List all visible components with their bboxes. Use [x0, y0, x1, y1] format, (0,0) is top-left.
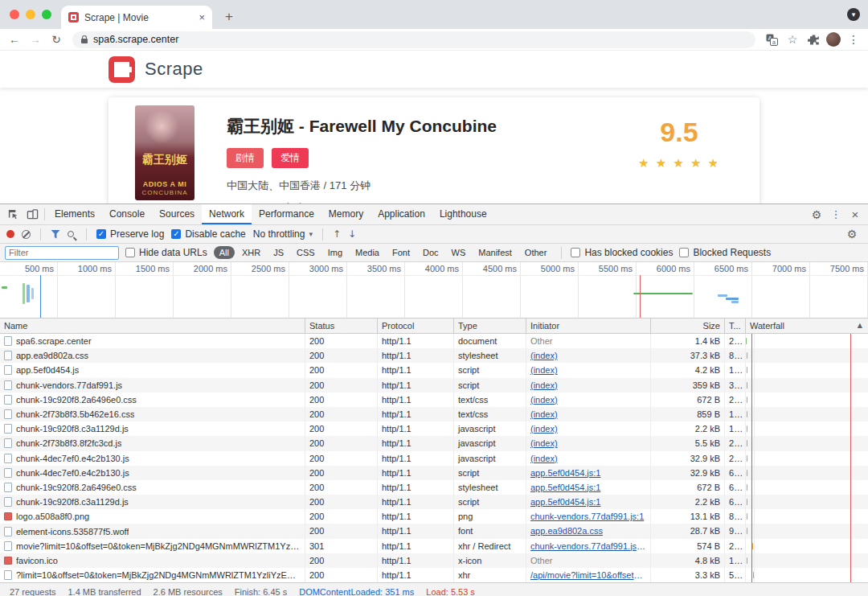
minimize-window-button[interactable]	[26, 10, 35, 19]
bookmark-star-button[interactable]: ☆	[784, 31, 800, 47]
disable-cache-checkbox[interactable]: ✓ Disable cache	[171, 228, 245, 240]
filter-funnel-button[interactable]	[51, 230, 60, 239]
network-request-row[interactable]: chunk-2f73b8f3.8f2fc3cd.js 200 http/1.1 …	[0, 436, 868, 450]
initiator-link[interactable]: (index)	[526, 348, 651, 363]
movie-tag[interactable]: 爱情	[272, 148, 309, 168]
initiator-link[interactable]: chunk-vendors.77daf991.js:1	[526, 509, 651, 524]
filter-chip-other[interactable]: Other	[519, 246, 553, 259]
column-header-protocol[interactable]: Protocol	[378, 319, 454, 333]
scrape-logo-icon[interactable]	[108, 56, 135, 83]
search-network-button[interactable]	[68, 231, 74, 237]
initiator-link[interactable]: (index)	[526, 363, 651, 377]
filter-chip-doc[interactable]: Doc	[417, 246, 444, 259]
preserve-log-checkbox[interactable]: ✓ Preserve log	[96, 228, 164, 240]
has-blocked-cookies-checkbox[interactable]: Has blocked cookies	[571, 247, 673, 258]
filter-chip-js[interactable]: JS	[268, 246, 289, 259]
network-overview-timeline[interactable]: 500 ms1000 ms1500 ms2000 ms2500 ms3000 m…	[0, 262, 868, 319]
inspect-element-button[interactable]	[3, 204, 23, 224]
browser-tab[interactable]: Scrape | Movie ×	[61, 6, 212, 29]
devtools-tab-lighthouse[interactable]: Lighthouse	[432, 204, 494, 224]
throttling-select[interactable]: No throttling ▾	[253, 228, 313, 240]
initiator-link[interactable]: chunk-vendors.77daf991.js:25	[526, 539, 651, 553]
clear-network-log-button[interactable]	[22, 230, 31, 239]
network-settings-button[interactable]: ⚙	[842, 228, 862, 240]
close-window-button[interactable]	[10, 10, 19, 19]
filter-chip-css[interactable]: CSS	[291, 246, 321, 259]
devtools-tab-network[interactable]: Network	[202, 204, 252, 224]
initiator-link[interactable]: app.ea9d802a.css	[526, 524, 651, 538]
initiator-link[interactable]: (index)	[526, 407, 651, 421]
movie-card[interactable]: 霸王别姬 ADIOS A MI CONCUBINA 霸王别姬 - Farewel…	[108, 97, 760, 203]
new-tab-button[interactable]: +	[219, 6, 240, 27]
network-request-row[interactable]: app.ea9d802a.css 200 http/1.1 stylesheet…	[0, 348, 868, 363]
devtools-tab-elements[interactable]: Elements	[47, 204, 102, 224]
initiator-link[interactable]: (index)	[526, 451, 651, 466]
filter-chip-font[interactable]: Font	[387, 246, 416, 259]
network-filter-input[interactable]	[5, 246, 119, 260]
network-request-row[interactable]: spa6.scrape.center 200 http/1.1 document…	[0, 334, 868, 348]
filter-chip-img[interactable]: Img	[322, 246, 348, 259]
network-request-row[interactable]: chunk-4dec7ef0.e4c2b130.js 200 http/1.1 …	[0, 466, 868, 480]
devtools-menu-button[interactable]: ⋮	[826, 208, 845, 220]
filter-chip-manifest[interactable]: Manifest	[473, 246, 518, 259]
network-request-row[interactable]: chunk-19c920f8.2a6496e0.css 200 http/1.1…	[0, 393, 868, 407]
browser-menu-button[interactable]: ⋮	[845, 31, 862, 47]
profile-avatar[interactable]	[826, 32, 841, 47]
tab-search-button[interactable]: ▾	[847, 8, 860, 21]
movie-tag[interactable]: 剧情	[227, 148, 264, 168]
import-har-button[interactable]: ↑	[333, 228, 341, 240]
filter-chip-ws[interactable]: WS	[446, 246, 472, 259]
network-request-row[interactable]: logo.a508a8f0.png 200 http/1.1 png chunk…	[0, 509, 868, 524]
devtools-settings-button[interactable]: ⚙	[807, 208, 826, 221]
filter-chip-media[interactable]: Media	[350, 246, 385, 259]
devtools-close-button[interactable]: ×	[845, 208, 865, 221]
column-header-size[interactable]: Size	[651, 319, 725, 333]
network-request-row[interactable]: chunk-19c920f8.c3a1129d.js 200 http/1.1 …	[0, 495, 868, 509]
devtools-tab-performance[interactable]: Performance	[252, 204, 321, 224]
devtools-tab-application[interactable]: Application	[371, 204, 432, 224]
network-request-row[interactable]: movie?limit=10&offset=0&token=MjBkZjg2ND…	[0, 539, 868, 553]
blocked-requests-checkbox[interactable]: Blocked Requests	[679, 247, 771, 258]
reload-button[interactable]: ↻	[48, 31, 64, 47]
initiator-link[interactable]: app.5ef0d454.js:1	[526, 466, 651, 480]
network-request-row[interactable]: chunk-19c920f8.c3a1129d.js 200 http/1.1 …	[0, 421, 868, 436]
devtools-tab-memory[interactable]: Memory	[321, 204, 371, 224]
record-network-log-button[interactable]	[6, 230, 14, 238]
column-header-initiator[interactable]: Initiator	[526, 319, 651, 333]
close-tab-button[interactable]: ×	[199, 12, 205, 23]
network-request-row[interactable]: favicon.ico 200 http/1.1 x-icon Other 4.…	[0, 553, 868, 568]
initiator-link[interactable]: (index)	[526, 421, 651, 436]
column-header-time[interactable]: T...	[725, 319, 746, 333]
initiator-link[interactable]: /api/movie?limit=10&offset=...	[526, 568, 651, 582]
initiator-link[interactable]: (index)	[526, 393, 651, 407]
column-header-status[interactable]: Status	[305, 319, 378, 333]
devtools-tab-console[interactable]: Console	[102, 204, 152, 224]
network-request-row[interactable]: chunk-4dec7ef0.e4c2b130.js 200 http/1.1 …	[0, 451, 868, 466]
address-bar[interactable]: spa6.scrape.center	[72, 31, 755, 48]
zoom-window-button[interactable]	[42, 10, 51, 19]
devtools-tab-sources[interactable]: Sources	[152, 204, 202, 224]
network-request-row[interactable]: chunk-vendors.77daf991.js 200 http/1.1 s…	[0, 378, 868, 393]
column-header-waterfall[interactable]: Waterfall ▲	[746, 319, 868, 333]
network-request-row[interactable]: element-icons.535877f5.woff 200 http/1.1…	[0, 524, 868, 538]
column-header-name[interactable]: Name	[0, 319, 305, 333]
network-request-row[interactable]: ?limit=10&offset=0&token=MjBkZjg2NDg4MGN…	[0, 568, 868, 582]
brand-name[interactable]: Scrape	[145, 59, 203, 80]
extensions-button[interactable]	[805, 31, 821, 47]
forward-button[interactable]: →	[27, 31, 43, 47]
device-toolbar-button[interactable]	[23, 204, 42, 224]
hide-data-urls-checkbox[interactable]: Hide data URLs	[125, 247, 207, 258]
network-request-row[interactable]: app.5ef0d454.js 200 http/1.1 script (ind…	[0, 363, 868, 377]
export-har-button[interactable]: ↓	[348, 228, 356, 240]
initiator-link[interactable]: (index)	[526, 436, 651, 450]
initiator-link[interactable]: app.5ef0d454.js:1	[526, 480, 651, 495]
filter-chip-xhr[interactable]: XHR	[236, 246, 266, 259]
translate-button[interactable]: Aa	[764, 31, 780, 47]
back-button[interactable]: ←	[6, 31, 23, 47]
initiator-link[interactable]: (index)	[526, 378, 651, 393]
network-request-row[interactable]: chunk-2f73b8f3.5b462e16.css 200 http/1.1…	[0, 407, 868, 421]
filter-chip-all[interactable]: All	[214, 246, 235, 259]
column-header-type[interactable]: Type	[454, 319, 526, 333]
network-request-row[interactable]: chunk-19c920f8.2a6496e0.css 200 http/1.1…	[0, 480, 868, 495]
initiator-link[interactable]: app.5ef0d454.js:1	[526, 495, 651, 509]
